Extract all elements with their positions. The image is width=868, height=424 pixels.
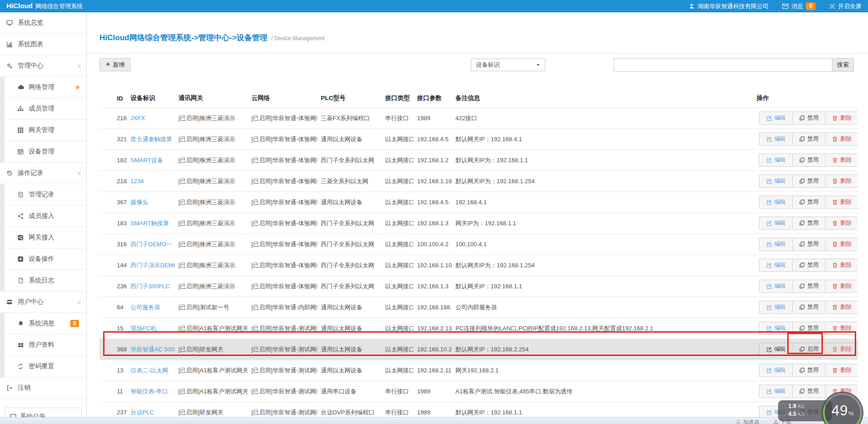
search-button[interactable]: 搜索 (832, 58, 854, 72)
device-name-link[interactable]: 1234 (131, 178, 144, 185)
disable-button[interactable]: 禁用 (792, 196, 825, 208)
sidebar-item-password-reset[interactable]: 密码重置 (0, 356, 86, 377)
disable-button[interactable]: 禁用 (792, 385, 825, 398)
sidebar-item-system-overview[interactable]: 系统总览 (0, 12, 86, 34)
edit-button[interactable]: 编辑 (759, 175, 792, 187)
edit-button[interactable]: 编辑 (759, 133, 792, 145)
edit-button[interactable]: 编辑 (759, 364, 792, 376)
actions-cell: 编辑禁用删除 (753, 234, 858, 255)
edit-button[interactable]: 编辑 (759, 259, 792, 271)
disable-button[interactable]: 禁用 (792, 259, 825, 271)
device-name-link[interactable]: 仪表二-以太网 (131, 367, 168, 374)
delete-button[interactable]: 删除 (825, 112, 858, 124)
clone-icon (799, 157, 805, 163)
edit-button[interactable]: 编辑 (759, 385, 792, 398)
sidebar-item-management-center[interactable]: 管理中心> (0, 55, 86, 77)
trash-icon (832, 346, 838, 352)
gateway-cell: [已启用]株洲三菱演示 (175, 234, 248, 255)
device-name-link[interactable]: 摄像头 (131, 199, 148, 206)
device-name-link[interactable]: 智能仪表-串口 (131, 388, 168, 395)
disable-button[interactable]: 禁用 (792, 133, 825, 145)
edit-button-label: 编辑 (774, 219, 786, 227)
delete-button[interactable]: 删除 (825, 322, 858, 334)
port-type-cell: 以太网接口 (382, 213, 413, 234)
delete-button-label: 删除 (840, 240, 852, 248)
sidebar-item-user-profile[interactable]: 用户资料 (0, 334, 86, 356)
favorite-star-icon: ★ (75, 83, 81, 91)
messages-menu[interactable]: 消息 0 (782, 2, 816, 11)
sidebar-item-label: 用户资料 (29, 341, 54, 349)
edit-button[interactable]: 编辑 (759, 217, 792, 229)
sidebar-item-device-operation[interactable]: 设备操作 (0, 249, 86, 270)
delete-button[interactable]: 删除 (825, 238, 858, 250)
device-id-cell: 13 (99, 360, 127, 381)
sidebar-item-system-messages[interactable]: 系统消息0 (0, 313, 86, 334)
delete-button[interactable]: 删除 (825, 301, 858, 313)
disable-button[interactable]: 禁用 (792, 175, 825, 187)
disable-button[interactable]: 禁用 (792, 154, 825, 166)
device-name-link[interactable]: 昆仑通泰触摸屏 (131, 136, 172, 143)
add-device-button[interactable]: 新增 (99, 58, 131, 71)
device-name-link[interactable]: 西门子300PLC (131, 283, 170, 290)
fullscreen-button[interactable]: 开启全屏 (829, 2, 862, 11)
delete-button[interactable]: 删除 (825, 259, 858, 271)
port-type-cell: 以太网接口 (382, 171, 413, 192)
enable-button[interactable]: 启用 (792, 343, 825, 355)
disable-button[interactable]: 禁用 (792, 217, 825, 229)
table-row: 367摄像头[已启用]株洲三菱演示[已启用]华辰智通-体验网络通用以太网设备以太… (99, 192, 858, 213)
delete-button[interactable]: 删除 (825, 217, 858, 229)
delete-button[interactable]: 删除 (825, 196, 858, 208)
disable-button[interactable]: 禁用 (792, 112, 825, 124)
sidebar-item-system-logs[interactable]: 系统日志 (0, 270, 86, 292)
sidebar-item-member-management[interactable]: 成员管理 (0, 98, 86, 120)
sidebar-item-gateway-access[interactable]: 网关接入 (0, 227, 86, 249)
edit-button[interactable]: 编辑 (759, 196, 792, 208)
sidebar-item-management-records[interactable]: 管理记录 (0, 184, 86, 206)
device-name-link[interactable]: JXFX (131, 115, 145, 122)
sidebar-item-system-charts[interactable]: 系统图表 (0, 34, 86, 55)
sidebar-item-device-management[interactable]: 设备管理 (0, 141, 86, 163)
edit-button[interactable]: 编辑 (759, 238, 792, 250)
disable-button[interactable]: 禁用 (792, 238, 825, 250)
delete-button[interactable]: 删除 (825, 133, 858, 145)
disable-button[interactable]: 禁用 (792, 280, 825, 292)
cloud-network-cell: [已启用]华辰智通-体验网络 (248, 213, 317, 234)
edit-button[interactable]: 编辑 (759, 112, 792, 124)
device-name-link[interactable]: SMART触摸屏 (131, 220, 169, 227)
device-id-cell: 64 (99, 297, 127, 318)
sidebar-item-user-center[interactable]: 用户中心> (0, 292, 86, 313)
trash-icon (832, 367, 838, 373)
sidebar-item-operation-records[interactable]: 操作记录> (0, 163, 86, 184)
browser-accelerator-button[interactable]: 加速器 (736, 418, 759, 424)
device-name-link[interactable]: 华辰智通AC 500PLC001 (131, 346, 175, 353)
device-name-link[interactable]: 西门子DEMO一 (131, 241, 172, 248)
edit-button[interactable]: 编辑 (759, 280, 792, 292)
delete-button[interactable]: 删除 (825, 364, 858, 376)
device-name-link[interactable]: 台达PLC (131, 409, 154, 416)
edit-button[interactable]: 编辑 (759, 343, 792, 355)
sidebar-item-network-management[interactable]: 网络管理★ (0, 77, 86, 98)
device-name-link[interactable]: 西门子演示DEMO箱二 (131, 262, 175, 269)
sidebar-item-gateway-management[interactable]: 网关管理 (0, 120, 86, 141)
sidebar-item-member-access[interactable]: 成员接入 (0, 206, 86, 227)
delete-button[interactable]: 删除 (825, 154, 858, 166)
edit-button-label: 编辑 (774, 114, 786, 122)
edit-button[interactable]: 编辑 (759, 154, 792, 166)
edit-button[interactable]: 编辑 (759, 301, 792, 313)
account-menu[interactable]: 湖南华辰智通科技有限公司 (689, 2, 769, 11)
delete-button[interactable]: 删除 (825, 280, 858, 292)
sidebar-item-logout[interactable]: 注销 (0, 377, 86, 399)
disable-button[interactable]: 禁用 (792, 364, 825, 376)
delete-button[interactable]: 删除 (825, 175, 858, 187)
page-header: HiCloud网络综合管理系统->管理中心->设备管理 / Device Man… (87, 12, 868, 53)
device-name-link[interactable]: SMART设备 (131, 157, 163, 164)
disable-button[interactable]: 禁用 (792, 322, 825, 334)
filter-field-select[interactable]: 设备标识 (471, 58, 545, 71)
sidebar-item-label: 密码重置 (29, 362, 54, 371)
edit-button[interactable]: 编辑 (759, 322, 792, 334)
device-name-link[interactable]: 现场PC机 (131, 325, 157, 332)
delete-button[interactable]: 删除 (825, 343, 858, 355)
device-name-link[interactable]: 公司服务器 (131, 304, 160, 311)
disable-button[interactable]: 禁用 (792, 301, 825, 313)
search-input[interactable] (614, 58, 832, 72)
